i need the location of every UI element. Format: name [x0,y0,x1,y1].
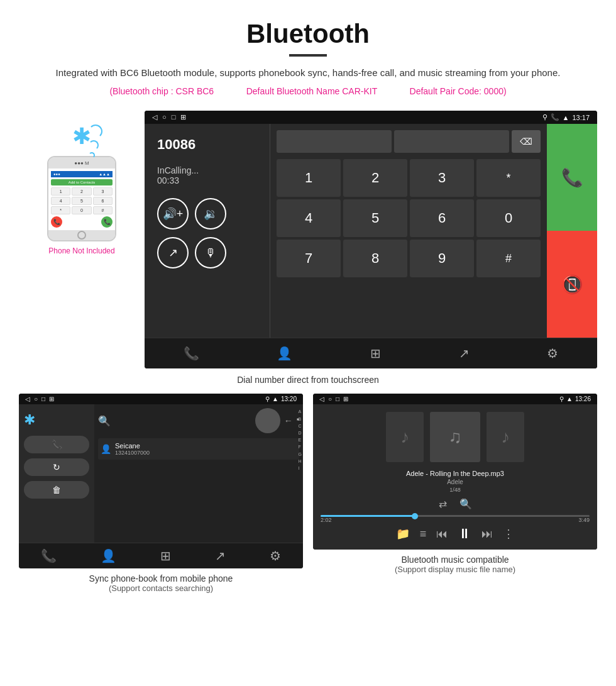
pb-alpha-d: D [299,429,302,436]
nav-dialpad-icon[interactable]: ⊞ [370,346,381,361]
recents-nav-icon[interactable]: □ [172,113,176,121]
pb-status-bar: ◁ ○ □ ⊞ ⚲ ▲ 13:20 [19,394,303,404]
pb-signal-icon: ▲ [272,396,278,402]
dial-key-9[interactable]: 9 [410,240,474,277]
pb-nav-phone-icon[interactable]: 📞 [41,548,57,563]
music-time: 13:26 [575,396,591,402]
wifi-icon: ▲ [563,114,569,121]
folder-icon[interactable]: 📁 [396,527,410,541]
mute-button[interactable]: 🎙 [195,237,226,268]
pb-home-icon[interactable]: ○ [34,396,38,402]
pb-right-panel: 🔍 ← * 👤 Seicane 13241007000 A [94,404,303,543]
pb-back-icon[interactable]: ◁ [25,396,30,402]
dial-key-8[interactable]: 8 [343,240,407,277]
pb-alpha-a: A [299,408,302,415]
call-timer: 00:33 [157,175,257,185]
transfer-call-button[interactable]: ↗ [157,237,189,268]
music-content: ♪ ♫ ♪ Adele - Rolling In the Deep.mp3 Ad… [313,404,597,550]
music-back-icon[interactable]: ◁ [319,396,324,402]
phone-call-row: 📞 📞 [51,216,113,228]
music-screenshot-icon[interactable]: ⊞ [343,396,348,402]
dial-key-5[interactable]: 5 [343,199,407,237]
car-bottom-nav: 📞 👤 ⊞ ↗ ⚙ [145,338,597,368]
home-nav-icon[interactable]: ○ [162,113,167,121]
music-note-main-icon: ♫ [449,427,462,447]
dial-key-0[interactable]: 0 [476,199,541,237]
dial-key-7[interactable]: 7 [277,240,341,277]
music-home-icon[interactable]: ○ [328,396,332,402]
pb-search-icon[interactable]: 🔍 [98,415,111,427]
car-status-bar: ◁ ○ □ ⊞ ⚲ 📞 ▲ 13:17 [145,111,597,124]
phone-key-4: 4 [51,197,70,205]
backspace-button[interactable]: ⌫ [512,130,541,153]
pb-contact-row[interactable]: 👤 Seicane 13241007000 [98,438,299,460]
pb-nav-transfer-icon[interactable]: ↗ [215,548,226,563]
pb-contact-info: Seicane 13241007000 [115,442,297,456]
main-screen-section: ✱ ●●● M ●●● ▲▲▲ Add to Contacts 1 2 [0,104,616,368]
dial-key-star[interactable]: * [476,159,541,197]
call-decline-button[interactable]: 📵 [547,231,597,338]
nav-contacts-icon[interactable]: 👤 [277,346,292,361]
equalizer-icon[interactable]: ⋮ [503,527,514,541]
pb-delete-button[interactable]: 🗑 [24,481,89,499]
pb-nav-left: ◁ ○ □ ⊞ [25,396,54,402]
nav-transfer-icon[interactable]: ↗ [459,346,470,361]
specs-line: (Bluetooth chip : CSR BC6 Default Blueto… [13,84,603,98]
pb-nav-settings-icon[interactable]: ⚙ [270,548,281,563]
header-description: Integrated with BC6 Bluetooth module, su… [13,65,603,80]
music-progress: 2:02 3:49 [321,515,590,523]
progress-dot[interactable] [412,513,418,519]
dialpad-field-1[interactable] [277,130,392,153]
pb-nav-contacts-icon[interactable]: 👤 [101,548,116,563]
wave-large-icon [89,124,102,138]
music-albums-row: ♪ ♫ ♪ [386,412,524,462]
search-music-icon[interactable]: 🔍 [459,498,472,510]
next-track-icon[interactable]: ⏭ [481,528,493,541]
pb-recents-icon[interactable]: □ [41,396,45,402]
dial-key-6[interactable]: 6 [410,199,474,237]
dial-key-hash[interactable]: # [476,240,541,277]
phone-key-hash: # [93,206,113,214]
dial-key-1[interactable]: 1 [277,159,341,197]
dial-key-4[interactable]: 4 [277,199,341,237]
prev-track-icon[interactable]: ⏮ [436,528,448,541]
dial-caption: Dial number direct from touchscreen [0,368,616,394]
pb-back-arrow-icon[interactable]: ← [284,416,293,426]
music-caption-main: Bluetooth music compatible [313,550,597,565]
spec-name: Default Bluetooth Name CAR-KIT [246,86,377,96]
screenshot-icon[interactable]: ⊞ [180,113,186,121]
music-status-bar: ◁ ○ □ ⊞ ⚲ ▲ 13:26 [313,394,597,404]
phone-screen: ●●● ▲▲▲ Add to Contacts 1 2 3 4 5 6 * 0 … [48,169,115,230]
dial-key-2[interactable]: 2 [343,159,407,197]
volume-down-button[interactable]: 🔉 [195,198,226,230]
nav-phone-icon[interactable]: 📞 [184,346,199,361]
pb-call-button[interactable]: 📞 [24,436,89,453]
dial-key-3[interactable]: 3 [410,159,474,197]
music-caption-sub: (Support display music file name) [313,565,597,574]
album-art-main: ♫ [430,412,480,462]
pb-sync-button[interactable]: ↻ [24,458,89,476]
dialpad-field-2[interactable] [394,130,509,153]
music-artist-name: Adele [406,479,504,485]
bluetooth-icon-container: ✱ [72,123,91,150]
title-divider [289,54,327,57]
music-info: Adele - Rolling In the Deep.mp3 Adele 1/… [406,470,504,493]
playlist-icon[interactable]: ≡ [420,528,427,541]
spec-sep1 [228,86,233,96]
back-nav-icon[interactable]: ◁ [152,113,157,121]
play-pause-button[interactable]: ⏸ [458,526,471,542]
music-nav-left: ◁ ○ □ ⊞ [319,396,348,402]
pb-screenshot-icon[interactable]: ⊞ [49,396,54,402]
album-art-next: ♪ [487,412,524,462]
pb-nav-grid-icon[interactable]: ⊞ [160,548,171,563]
shuffle-icon[interactable]: ⇄ [439,498,447,510]
music-location-icon: ⚲ [559,396,564,402]
nav-settings-icon[interactable]: ⚙ [547,346,558,361]
pb-alpha-b: B [299,416,302,423]
car-time: 13:17 [572,114,590,121]
music-recents-icon[interactable]: □ [336,396,339,402]
call-accept-button[interactable]: 📞 [547,124,597,231]
phonebook-caption-main: Sync phone-book from mobile phone [19,568,303,584]
volume-up-button[interactable]: 🔊+ [157,198,189,230]
music-screen: ◁ ○ □ ⊞ ⚲ ▲ 13:26 ♪ ♫ [313,394,597,550]
